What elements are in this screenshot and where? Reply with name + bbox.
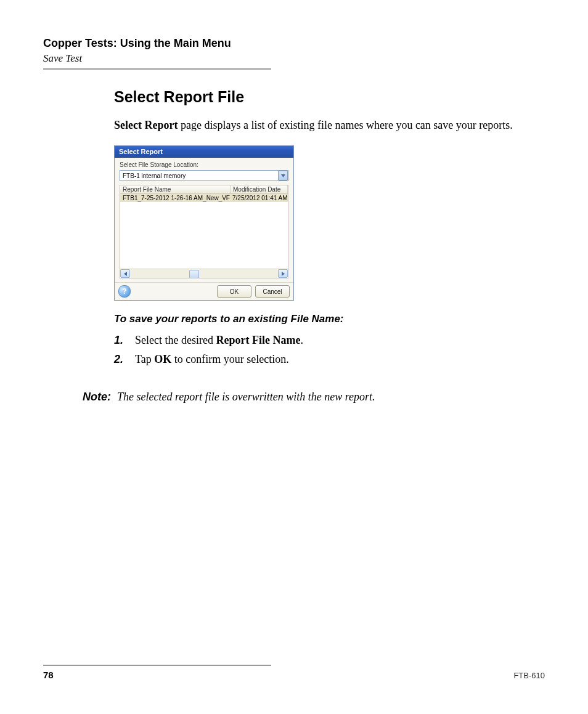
- note-label: Note:: [68, 391, 117, 404]
- procedure-heading: To save your reports to an existing File…: [114, 313, 545, 325]
- scroll-right-icon[interactable]: [278, 269, 288, 278]
- note-text: The selected report file is overwritten …: [117, 391, 545, 404]
- chapter-title: Copper Tests: Using the Main Menu: [43, 37, 545, 50]
- section-subtitle: Save Test: [43, 52, 545, 65]
- page-header: Copper Tests: Using the Main Menu Save T…: [43, 37, 545, 70]
- step-number: 1.: [114, 334, 135, 347]
- page-number: 78: [43, 670, 54, 680]
- dialog-body: Select File Storage Location: FTB-1 inte…: [115, 158, 293, 282]
- row-filename: FTB1_7-25-2012 1-26-16 AM_New_VFBalance: [120, 194, 230, 202]
- step-text: Tap OK to confirm your selection.: [135, 353, 545, 366]
- note-block: Note: The selected report file is overwr…: [68, 391, 545, 404]
- select-report-dialog: Select Report Select File Storage Locati…: [114, 145, 294, 301]
- dialog-titlebar: Select Report: [115, 146, 293, 158]
- footer-rule: [43, 665, 271, 666]
- page-title: Select Report File: [114, 88, 545, 106]
- intro-paragraph: Select Report page displays a list of ex…: [114, 117, 545, 133]
- row-date: 7/25/2012 01:41 AM: [230, 194, 288, 202]
- chevron-down-icon[interactable]: [278, 171, 288, 181]
- scroll-left-icon[interactable]: [120, 269, 130, 278]
- storage-location-value: FTB-1 internal memory: [120, 172, 278, 179]
- document-id: FTB-610: [513, 671, 545, 680]
- step-text: Select the desired Report File Name.: [135, 334, 545, 347]
- intro-lead: Select Report: [114, 119, 178, 131]
- cancel-button[interactable]: Cancel: [255, 285, 290, 298]
- storage-location-label: Select File Storage Location:: [120, 161, 288, 168]
- header-rule: [43, 68, 271, 70]
- ok-button[interactable]: OK: [217, 285, 251, 298]
- storage-location-combo[interactable]: FTB-1 internal memory: [120, 170, 288, 181]
- list-item[interactable]: FTB1_7-25-2012 1-26-16 AM_New_VFBalance …: [120, 194, 288, 202]
- column-header-date[interactable]: Modification Date: [231, 185, 288, 193]
- column-header-name[interactable]: Report File Name: [120, 185, 231, 193]
- listview-header: Report File Name Modification Date: [120, 185, 288, 194]
- step-1: 1. Select the desired Report File Name.: [114, 334, 545, 347]
- scroll-track[interactable]: [130, 270, 278, 277]
- horizontal-scrollbar[interactable]: [120, 269, 288, 278]
- intro-rest: page displays a list of existing file na…: [178, 119, 512, 131]
- help-icon[interactable]: ?: [118, 285, 131, 298]
- report-file-listview[interactable]: Report File Name Modification Date FTB1_…: [120, 185, 288, 278]
- page-footer: 78 FTB-610: [43, 665, 545, 680]
- scroll-thumb[interactable]: [189, 270, 199, 278]
- dialog-title: Select Report: [119, 148, 163, 155]
- step-number: 2.: [114, 353, 135, 366]
- step-2: 2. Tap OK to confirm your selection.: [114, 353, 545, 366]
- dialog-footer: ? OK Cancel: [115, 282, 293, 300]
